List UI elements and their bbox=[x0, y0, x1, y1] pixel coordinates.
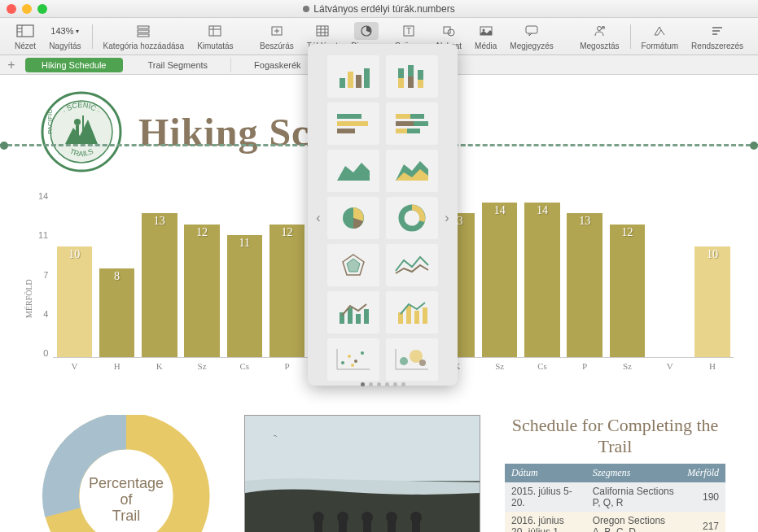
insert-button[interactable]: Beszúrás bbox=[253, 22, 300, 50]
table-row[interactable]: 2015. július 5-20.California Sections P,… bbox=[505, 482, 725, 512]
add-category-button[interactable]: Kategória hozzáadása bbox=[97, 22, 191, 50]
page-dot[interactable] bbox=[385, 382, 389, 386]
chart-type-bar[interactable] bbox=[327, 102, 379, 145]
chart-type-area[interactable] bbox=[327, 150, 379, 192]
bar-value-label: 14 bbox=[524, 204, 559, 217]
chart-bar[interactable] bbox=[651, 191, 690, 357]
percentage-donut-chart[interactable]: Percentage of Trail bbox=[33, 415, 220, 532]
svg-rect-72 bbox=[396, 129, 407, 133]
bar-value-label: 14 bbox=[482, 204, 517, 217]
chart-bar[interactable]: 13 bbox=[565, 191, 604, 357]
schedule-table-box: Schedule for Completing the Trail Dátum … bbox=[505, 415, 725, 532]
chart-bar[interactable]: 12 bbox=[607, 191, 646, 357]
chart-type-line[interactable] bbox=[386, 244, 438, 286]
chart-bar[interactable]: 11 bbox=[225, 191, 264, 357]
svg-rect-65 bbox=[337, 121, 368, 126]
col-date: Dátum bbox=[505, 464, 586, 482]
chart-type-stacked-bar[interactable] bbox=[386, 102, 438, 145]
zoom-control[interactable]: 143%▾ Nagyítás bbox=[42, 22, 87, 50]
view-menu-button[interactable]: Nézet bbox=[8, 22, 42, 50]
svg-point-90 bbox=[361, 351, 364, 355]
chart-type-mixed[interactable] bbox=[327, 291, 379, 334]
page-dot[interactable] bbox=[393, 382, 397, 386]
svg-rect-13 bbox=[317, 26, 328, 36]
svg-point-35 bbox=[74, 119, 81, 125]
x-tick-label: Sz bbox=[480, 361, 519, 371]
shape-icon bbox=[441, 22, 456, 40]
sheet-tab-hiking-schedule[interactable]: Hiking Schedule bbox=[25, 58, 123, 72]
y-axis-ticks: 14 11 7 4 0 bbox=[33, 191, 53, 358]
document-title-text: Látványos erdélyi túrák.numbers bbox=[313, 3, 454, 15]
trail-photo[interactable] bbox=[244, 415, 480, 532]
chart-style-next-button[interactable]: › bbox=[440, 211, 454, 225]
chart-bar[interactable]: 8 bbox=[97, 191, 136, 357]
chart-bar[interactable]: 10 bbox=[693, 191, 732, 357]
comment-button[interactable]: Megjegyzés bbox=[503, 22, 559, 50]
chart-bar[interactable]: 14 bbox=[480, 191, 519, 357]
chart-type-stacked-column[interactable] bbox=[386, 55, 438, 98]
table-row[interactable]: 2016. június 20.-július 1.Oregon Section… bbox=[505, 512, 725, 532]
chart-type-two-axis[interactable] bbox=[386, 291, 438, 334]
add-sheet-button[interactable]: + bbox=[0, 58, 23, 72]
chart-type-scatter[interactable] bbox=[327, 338, 379, 381]
donut-center-label: Percentage of Trail bbox=[33, 476, 220, 524]
svg-rect-80 bbox=[364, 309, 369, 324]
chart-type-column[interactable] bbox=[327, 55, 379, 98]
ruler-handle-left[interactable] bbox=[0, 142, 8, 150]
sheet-tab-trail-segments[interactable]: Trail Segments bbox=[125, 58, 232, 72]
svg-rect-7 bbox=[209, 26, 221, 36]
chart-type-donut[interactable] bbox=[386, 197, 438, 239]
svg-rect-82 bbox=[406, 306, 411, 324]
bar-value-label: 10 bbox=[694, 248, 730, 261]
x-tick-label: H bbox=[97, 361, 136, 371]
chart-style-page-dots bbox=[308, 382, 458, 386]
table-icon bbox=[315, 22, 330, 40]
svg-rect-70 bbox=[396, 121, 414, 126]
logo-badge: · SCENIC · TRAILS PACIFIC bbox=[41, 91, 122, 172]
x-tick-label: P bbox=[267, 361, 306, 371]
page-dot[interactable] bbox=[401, 382, 405, 386]
chart-type-grid bbox=[326, 54, 440, 382]
chart-type-pie[interactable] bbox=[327, 197, 379, 239]
svg-rect-47 bbox=[339, 521, 347, 532]
svg-rect-51 bbox=[388, 521, 396, 532]
chart-bar[interactable]: 12 bbox=[267, 191, 306, 357]
svg-rect-45 bbox=[314, 521, 322, 532]
chart-style-prev-button[interactable]: ‹ bbox=[311, 211, 326, 225]
category-label: Kategória hozzáadása bbox=[103, 41, 185, 50]
svg-rect-64 bbox=[337, 114, 361, 119]
view-icon bbox=[16, 22, 34, 40]
svg-rect-53 bbox=[412, 521, 420, 532]
svg-rect-25 bbox=[526, 26, 537, 33]
pivot-button[interactable]: Kimutatás bbox=[191, 22, 239, 50]
organize-button[interactable]: Rendszerezés bbox=[685, 22, 750, 50]
svg-rect-83 bbox=[414, 311, 419, 324]
share-button[interactable]: + Megosztás bbox=[573, 22, 625, 50]
svg-rect-84 bbox=[423, 307, 427, 324]
chart-bar[interactable]: 14 bbox=[523, 191, 562, 357]
schedule-table[interactable]: Dátum Szegmens Mérföld 2015. július 5-20… bbox=[505, 464, 725, 532]
table-header-row: Dátum Szegmens Mérföld bbox=[505, 464, 725, 482]
page-dot[interactable] bbox=[369, 382, 373, 386]
x-tick-label: Sz bbox=[182, 361, 221, 371]
bar-value-label: 10 bbox=[57, 248, 92, 261]
chart-type-bubble[interactable] bbox=[386, 338, 438, 381]
page-dot[interactable] bbox=[377, 382, 381, 386]
page-dot[interactable] bbox=[361, 382, 365, 386]
chart-type-radar[interactable] bbox=[327, 244, 379, 286]
svg-text:T: T bbox=[406, 27, 411, 36]
ruler-handle-right[interactable] bbox=[750, 142, 758, 150]
svg-rect-4 bbox=[138, 26, 149, 28]
chart-bar[interactable]: 12 bbox=[182, 191, 221, 357]
svg-rect-55 bbox=[348, 72, 353, 88]
chart-bar[interactable]: 13 bbox=[140, 191, 179, 357]
media-button[interactable]: Média bbox=[468, 22, 503, 50]
svg-point-89 bbox=[354, 360, 357, 363]
chart-bar[interactable]: 10 bbox=[55, 191, 94, 357]
format-button[interactable]: Formátum bbox=[635, 22, 686, 50]
chart-type-stacked-area[interactable] bbox=[386, 150, 438, 192]
bar-value-label: 13 bbox=[142, 215, 177, 228]
svg-rect-56 bbox=[356, 75, 361, 88]
chart-icon bbox=[354, 22, 379, 40]
svg-rect-36 bbox=[76, 125, 79, 135]
